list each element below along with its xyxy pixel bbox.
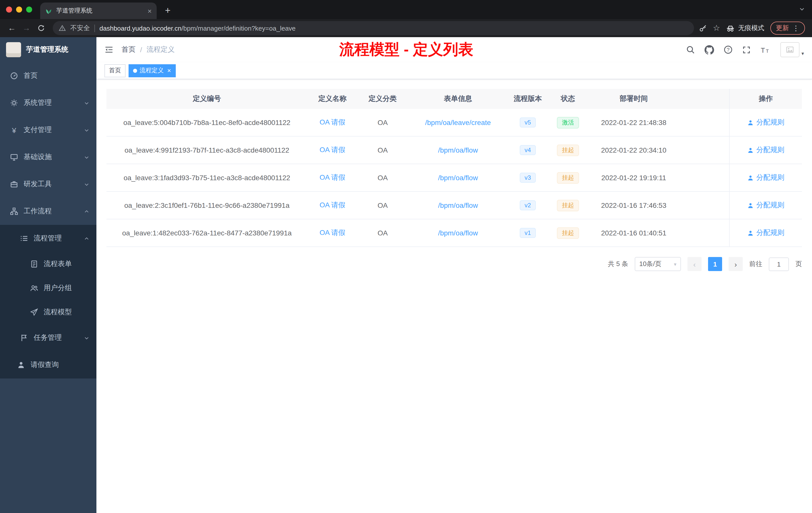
fullscreen-icon[interactable] [742, 46, 751, 54]
status-badge: 挂起 [557, 144, 579, 156]
pagination: 共 5 条 10条/页 ▾ ‹ 1 › 前往 页 [107, 257, 802, 271]
new-tab-button[interactable]: + [161, 3, 175, 18]
status-badge: 挂起 [557, 172, 579, 183]
address-bar[interactable]: 不安全 dashboard.yudao.iocoder.cn/bpm/manag… [53, 21, 694, 35]
breadcrumb-current: 流程定义 [147, 45, 175, 54]
browser-menu-icon[interactable]: ⋮ [792, 25, 800, 32]
assign-rule-link[interactable]: 分配规则 [756, 173, 784, 182]
form-info-link[interactable]: /bpm/oa/flow [438, 146, 478, 154]
cell-category: OA [357, 109, 408, 136]
user-assign-icon [747, 147, 754, 153]
prev-page-button[interactable]: ‹ [688, 257, 701, 271]
window-zoom-button[interactable] [26, 6, 32, 12]
cell-category: OA [357, 219, 408, 246]
form-info-link[interactable]: /bpm/oa/flow [438, 229, 478, 237]
sidebar-item-process-management[interactable]: 流程管理 [0, 225, 96, 252]
tag-home[interactable]: 首页 [105, 64, 125, 77]
table-row: oa_leave:5:004b710b-7b8a-11ec-8ef0-acde4… [107, 109, 802, 137]
forward-button[interactable]: → [20, 21, 33, 35]
navbar-actions: ? TT ▾ [686, 42, 804, 57]
search-icon[interactable] [686, 45, 695, 54]
window-minimize-button[interactable] [16, 6, 22, 12]
user-assign-icon [747, 119, 754, 126]
font-size-icon[interactable]: TT [760, 46, 770, 54]
sidebar-item-payment[interactable]: ¥ 支付管理 [0, 117, 96, 144]
table-header-row: 定义编号 定义名称 定义分类 表单信息 流程版本 状态 部署时间 操作 [107, 89, 802, 109]
definition-name-link[interactable]: OA 请假 [320, 118, 346, 127]
form-info-link[interactable]: /bpm/oa/flow [438, 174, 478, 182]
site-favicon-icon [45, 7, 52, 14]
page-size-select[interactable]: 10条/页 ▾ [635, 257, 681, 271]
tab-close-icon[interactable]: × [148, 7, 152, 15]
breadcrumb-home[interactable]: 首页 [121, 45, 136, 54]
list-icon [20, 234, 28, 242]
dashboard-icon [10, 72, 18, 80]
assign-rule-link[interactable]: 分配规则 [756, 201, 784, 210]
window-close-button[interactable] [6, 6, 12, 12]
assign-rule-link[interactable]: 分配规则 [756, 229, 784, 237]
cell-definition-id: oa_leave:5:004b710b-7b8a-11ec-8ef0-acde4… [107, 109, 307, 136]
table-row: oa_leave:3:1fad3d93-7b75-11ec-a3c8-acde4… [107, 164, 802, 192]
definition-name-link[interactable]: OA 请假 [320, 146, 346, 155]
table-row: oa_leave:2:3c1f0ef1-76b1-11ec-9c66-a2380… [107, 192, 802, 219]
assign-rule-link[interactable]: 分配规则 [756, 146, 784, 155]
document-icon [30, 260, 38, 268]
svg-text:T: T [766, 48, 769, 54]
bookmark-star-icon[interactable]: ☆ [713, 24, 720, 32]
sidebar-collapse-icon[interactable] [105, 45, 114, 54]
chrome-update-button[interactable]: 更新 ⋮ [770, 22, 805, 35]
col-definition-category: 定义分类 [357, 89, 408, 109]
definition-name-link[interactable]: OA 请假 [320, 229, 346, 237]
browser-tab[interactable]: 芋道管理系统 × [40, 2, 157, 19]
definition-name-link[interactable]: OA 请假 [320, 173, 346, 182]
password-key-icon[interactable] [699, 24, 707, 32]
cell-definition-id: oa_leave:1:482ec033-762a-11ec-8477-a2380… [107, 219, 307, 246]
sidebar-item-system[interactable]: 系统管理 [0, 89, 96, 117]
tag-process-definition[interactable]: 流程定义 × [128, 64, 175, 77]
tag-close-icon[interactable]: × [167, 67, 171, 74]
col-actions: 操作 [729, 89, 802, 109]
active-tag-dot [133, 68, 137, 72]
svg-text:T: T [761, 46, 765, 54]
chevron-down-icon [84, 100, 89, 105]
sidebar-item-dev-tools[interactable]: 研发工具 [0, 171, 96, 198]
user-assign-icon [747, 202, 754, 209]
url-domain: dashboard.yudao.iocoder.cn [99, 24, 181, 32]
back-button[interactable]: ← [5, 21, 19, 35]
col-definition-id: 定义编号 [107, 89, 307, 109]
form-info-link[interactable]: /bpm/oa/flow [438, 201, 478, 209]
tab-search-chevron-icon[interactable] [799, 5, 812, 19]
assign-rule-link[interactable]: 分配规则 [756, 118, 784, 127]
sidebar-item-workflow[interactable]: 工作流程 [0, 198, 96, 225]
breadcrumb: 首页 / 流程定义 [121, 45, 175, 54]
sidebar-item-leave-query[interactable]: 请假查询 [0, 351, 96, 379]
goto-page-input[interactable] [769, 257, 789, 271]
browser-tab-strip: 芋道管理系统 × + [0, 0, 812, 19]
reload-button[interactable] [34, 21, 48, 35]
sidebar-item-user-group[interactable]: 用户分组 [0, 276, 96, 300]
cell-category: OA [357, 192, 408, 219]
sidebar-item-process-form[interactable]: 流程表单 [0, 252, 96, 276]
breadcrumb-separator: / [140, 46, 142, 54]
sidebar-item-task-management[interactable]: 任务管理 [0, 324, 96, 351]
sidebar: 芋道管理系统 首页 系统管理 ¥ 支付管理 基础设施 [0, 37, 96, 513]
url-path: /bpm/manager/definition?key=oa_leave [181, 24, 296, 32]
help-icon[interactable]: ? [724, 45, 733, 54]
sidebar-item-infrastructure[interactable]: 基础设施 [0, 144, 96, 171]
user-avatar-menu[interactable]: ▾ [780, 42, 804, 57]
next-page-button[interactable]: › [729, 257, 743, 271]
security-warning-icon [59, 25, 66, 32]
gear-icon [10, 99, 18, 107]
cell-category: OA [357, 137, 408, 163]
sidebar-item-home[interactable]: 首页 [0, 62, 96, 89]
form-info-link[interactable]: /bpm/oa/leave/create [425, 118, 491, 126]
workflow-icon [10, 207, 18, 215]
definition-name-link[interactable]: OA 请假 [320, 201, 346, 210]
github-icon[interactable] [704, 45, 714, 55]
sidebar-item-process-model[interactable]: 流程模型 [0, 300, 96, 324]
chevron-up-icon [84, 236, 89, 241]
cell-deploy-time: 2022-01-22 21:48:38 [588, 109, 679, 136]
page-1-button[interactable]: 1 [708, 257, 722, 271]
user-assign-icon [747, 175, 754, 181]
cell-deploy-time: 2022-01-16 01:40:51 [588, 219, 679, 246]
